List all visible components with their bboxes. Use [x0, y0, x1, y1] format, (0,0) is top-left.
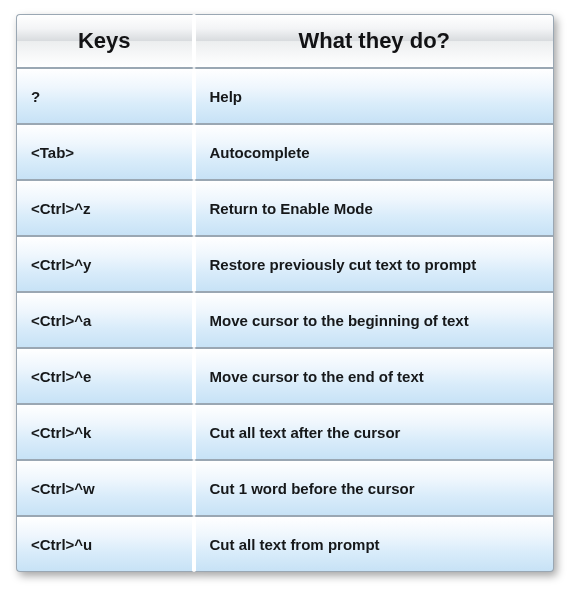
cell-desc: Cut all text after the cursor: [194, 404, 554, 460]
cell-key: ?: [16, 68, 194, 124]
cell-desc: Return to Enable Mode: [194, 180, 554, 236]
cell-key: <Ctrl>^y: [16, 236, 194, 292]
cell-key: <Tab>: [16, 124, 194, 180]
table-row: <Ctrl>^y Restore previously cut text to …: [16, 236, 554, 292]
table-row: <Tab> Autocomplete: [16, 124, 554, 180]
header-desc: What they do?: [194, 14, 554, 68]
cell-key: <Ctrl>^u: [16, 516, 194, 572]
cell-desc: Cut 1 word before the cursor: [194, 460, 554, 516]
cell-key: <Ctrl>^z: [16, 180, 194, 236]
cell-key: <Ctrl>^e: [16, 348, 194, 404]
cell-desc: Move cursor to the beginning of text: [194, 292, 554, 348]
shortcut-table: Keys What they do? ? Help <Tab> Autocomp…: [16, 14, 554, 572]
table-row: <Ctrl>^e Move cursor to the end of text: [16, 348, 554, 404]
table-header-row: Keys What they do?: [16, 14, 554, 68]
table-row: <Ctrl>^z Return to Enable Mode: [16, 180, 554, 236]
header-keys: Keys: [16, 14, 194, 68]
cell-desc: Autocomplete: [194, 124, 554, 180]
table-row: <Ctrl>^w Cut 1 word before the cursor: [16, 460, 554, 516]
cell-key: <Ctrl>^w: [16, 460, 194, 516]
table-row: <Ctrl>^a Move cursor to the beginning of…: [16, 292, 554, 348]
cell-desc: Help: [194, 68, 554, 124]
table-row: <Ctrl>^u Cut all text from prompt: [16, 516, 554, 572]
cell-desc: Cut all text from prompt: [194, 516, 554, 572]
cell-key: <Ctrl>^k: [16, 404, 194, 460]
cell-desc: Restore previously cut text to prompt: [194, 236, 554, 292]
table-row: ? Help: [16, 68, 554, 124]
cell-key: <Ctrl>^a: [16, 292, 194, 348]
cell-desc: Move cursor to the end of text: [194, 348, 554, 404]
table-row: <Ctrl>^k Cut all text after the cursor: [16, 404, 554, 460]
